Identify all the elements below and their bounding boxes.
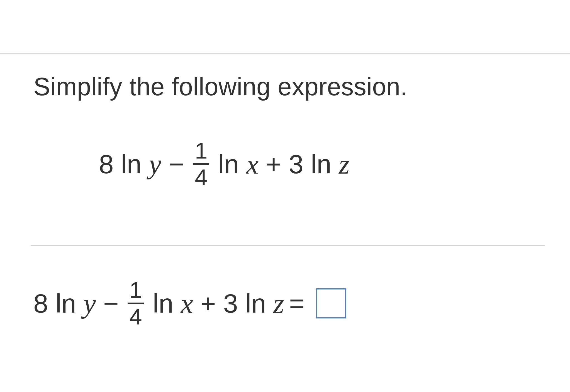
answer-expression: 8 ln y − 1 4 ln x + 3 ln z = <box>33 279 346 328</box>
prompt-text: Simplify the following expression. <box>33 72 408 101</box>
ans-minus-op: − <box>96 288 126 319</box>
ans-ln-1: ln <box>55 288 76 319</box>
ans-var-z: z <box>273 288 284 320</box>
ln-1: ln <box>121 149 142 179</box>
mid-divider <box>31 245 545 246</box>
ans-coef-y: 8 <box>33 288 48 319</box>
answer-input[interactable] <box>316 288 346 318</box>
frac-denominator: 4 <box>193 165 209 189</box>
expression-display: 8 ln y − 1 4 ln x + 3 ln z <box>99 139 350 189</box>
ans-var-y: y <box>84 288 96 320</box>
frac-numerator: 1 <box>193 139 209 163</box>
var-y: y <box>149 148 161 180</box>
ans-plus-op: + <box>193 288 223 319</box>
ln-3: ln <box>311 149 332 179</box>
fraction-one-fourth: 1 4 <box>193 139 209 189</box>
ln-2: ln <box>218 149 239 179</box>
ans-ln-3: ln <box>245 288 266 319</box>
var-x: x <box>246 148 259 180</box>
var-z: z <box>339 148 350 180</box>
ans-fraction-one-fourth: 1 4 <box>128 279 144 328</box>
ans-coef-z: 3 <box>223 288 238 319</box>
coef-z: 3 <box>289 149 303 179</box>
ans-frac-denominator: 4 <box>128 304 144 328</box>
plus-op: + <box>259 149 289 179</box>
ans-ln-2: ln <box>153 288 173 319</box>
minus-op: − <box>161 149 191 179</box>
ans-var-x: x <box>181 288 193 320</box>
top-divider <box>0 53 570 54</box>
question-panel: Simplify the following expression. 8 ln … <box>0 0 570 392</box>
equals-sign: = <box>289 288 305 319</box>
coef-y: 8 <box>99 149 114 179</box>
ans-frac-numerator: 1 <box>128 279 144 303</box>
